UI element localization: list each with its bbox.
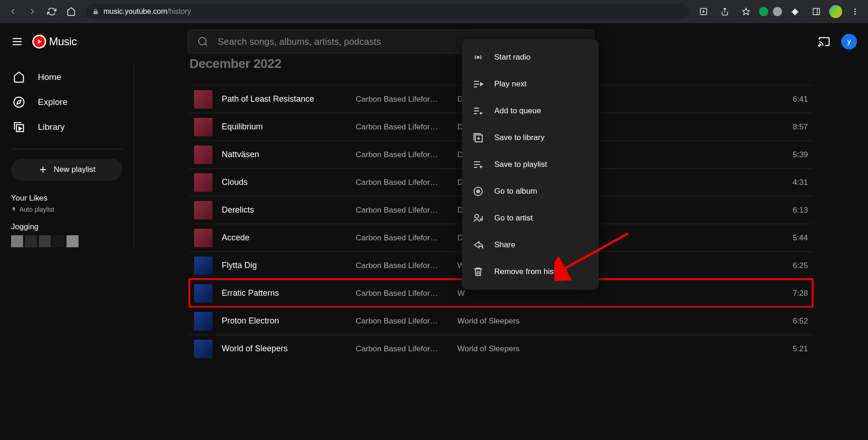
- side-panel-icon[interactable]: [808, 3, 825, 20]
- track-duration: 7:28: [793, 289, 808, 298]
- home-icon: [13, 71, 25, 83]
- svg-point-5: [855, 11, 856, 12]
- track-artist[interactable]: Carbon Based Lifefor…: [356, 122, 448, 132]
- album-art: [194, 340, 212, 358]
- menu-item-share[interactable]: Share: [462, 232, 599, 258]
- track-album[interactable]: World of Sleepers: [457, 344, 540, 354]
- extension-grammarly-icon[interactable]: [759, 7, 768, 16]
- trash-icon: [472, 266, 484, 278]
- track-artist[interactable]: Carbon Based Lifefor…: [356, 344, 448, 354]
- browser-home-button[interactable]: [63, 3, 79, 20]
- track-duration: 5:21: [793, 344, 808, 354]
- browser-back-button[interactable]: [5, 3, 21, 20]
- track-row[interactable]: World of Sleepers Carbon Based Lifefor… …: [189, 335, 813, 362]
- track-artist[interactable]: Carbon Based Lifefor…: [356, 178, 448, 187]
- radio-icon: [472, 51, 484, 63]
- menu-item-go-to-album[interactable]: Go to album: [462, 178, 599, 205]
- track-artist[interactable]: Carbon Based Lifefor…: [356, 289, 448, 298]
- track-duration: 6:41: [793, 95, 808, 104]
- track-album[interactable]: World of Sleepers: [457, 317, 540, 326]
- svg-point-13: [14, 97, 24, 107]
- track-duration: 5:39: [793, 150, 808, 159]
- sidebar: HomeExploreLibrary New playlist Your Lik…: [0, 60, 134, 252]
- playlist-jogging[interactable]: Jogging: [0, 213, 134, 235]
- share-icon[interactable]: [716, 3, 733, 20]
- extension-globe-icon[interactable]: [773, 7, 782, 16]
- menu-item-add-to-queue[interactable]: Add to queue: [462, 98, 599, 124]
- cast-icon[interactable]: [818, 36, 830, 48]
- track-title: Equilibrium: [222, 122, 346, 132]
- album-art: [194, 201, 212, 220]
- your-likes-title: Your Likes: [11, 194, 122, 203]
- browser-forward-button[interactable]: [24, 3, 41, 20]
- track-artist[interactable]: Carbon Based Lifefor…: [356, 317, 448, 326]
- library-icon: [472, 132, 484, 144]
- track-artist[interactable]: Carbon Based Lifefor…: [356, 206, 448, 215]
- track-duration: 4:31: [793, 178, 808, 187]
- menu-item-save-to-library[interactable]: Save to library: [462, 124, 599, 151]
- album-icon: [472, 185, 484, 197]
- track-title: Accede: [222, 233, 346, 243]
- album-art: [194, 146, 212, 164]
- bookmark-star-icon[interactable]: [738, 3, 754, 20]
- svg-rect-2: [813, 8, 819, 15]
- track-duration: 8:57: [793, 122, 808, 132]
- browser-reload-button[interactable]: [43, 3, 60, 20]
- track-title: World of Sleepers: [222, 344, 346, 354]
- browser-profile-avatar[interactable]: [829, 5, 842, 18]
- context-menu: Start radioPlay nextAdd to queueSave to …: [462, 39, 599, 290]
- new-playlist-button[interactable]: New playlist: [11, 159, 122, 181]
- menu-item-save-to-playlist[interactable]: Save to playlist: [462, 151, 599, 178]
- hamburger-menu-button[interactable]: [11, 36, 23, 48]
- track-artist[interactable]: Carbon Based Lifefor…: [356, 261, 448, 270]
- user-avatar[interactable]: y: [841, 34, 857, 49]
- album-art: [194, 118, 212, 136]
- menu-label: Go to artist: [494, 214, 533, 223]
- explore-icon: [13, 96, 25, 108]
- nav-label: Home: [38, 72, 61, 82]
- your-likes-subtitle: Auto playlist: [11, 206, 122, 213]
- svg-point-35: [478, 191, 479, 192]
- artist-icon: [472, 212, 484, 224]
- track-title: Path of Least Resistance: [222, 94, 346, 104]
- track-artist[interactable]: Carbon Based Lifefor…: [356, 95, 448, 104]
- your-likes-section[interactable]: Your Likes Auto playlist: [0, 181, 134, 213]
- track-duration: 6:13: [793, 206, 808, 215]
- track-artist[interactable]: Carbon Based Lifefor…: [356, 233, 448, 243]
- svg-line-11: [205, 44, 207, 46]
- svg-point-10: [199, 37, 206, 45]
- logo[interactable]: Music: [32, 35, 77, 49]
- nav-label: Library: [38, 122, 65, 132]
- track-title: Flytta Dig: [222, 261, 346, 270]
- album-art: [194, 257, 212, 275]
- track-album[interactable]: W: [457, 289, 540, 298]
- album-art: [194, 229, 212, 247]
- logo-text: Music: [49, 35, 77, 48]
- sidebar-item-library[interactable]: Library: [0, 115, 134, 140]
- svg-marker-14: [17, 100, 21, 104]
- install-icon[interactable]: [695, 3, 712, 20]
- sidebar-item-home[interactable]: Home: [0, 65, 134, 90]
- track-artist[interactable]: Carbon Based Lifefor…: [356, 150, 448, 159]
- svg-point-4: [855, 8, 856, 10]
- browser-menu-icon[interactable]: [847, 3, 863, 20]
- menu-item-play-next[interactable]: Play next: [462, 71, 599, 98]
- lock-icon: [92, 8, 99, 15]
- extensions-puzzle-icon[interactable]: [787, 3, 803, 20]
- logo-icon: [32, 35, 46, 49]
- swatch: [25, 235, 37, 247]
- queue-icon: [472, 105, 484, 117]
- pin-icon: [11, 207, 17, 212]
- menu-item-start-radio[interactable]: Start radio: [462, 44, 599, 71]
- browser-chrome: music.youtube.com/history: [0, 0, 868, 23]
- menu-item-go-to-artist[interactable]: Go to artist: [462, 205, 599, 232]
- plus-icon: [38, 165, 48, 175]
- playnext-icon: [472, 78, 484, 90]
- track-row[interactable]: Proton Electron Carbon Based Lifefor… Wo…: [189, 307, 813, 335]
- nav-label: Explore: [38, 97, 67, 107]
- playlist-icon: [472, 159, 484, 171]
- menu-item-remove-from-history[interactable]: Remove from history: [462, 258, 599, 285]
- address-bar[interactable]: music.youtube.com/history: [86, 4, 689, 19]
- sidebar-item-explore[interactable]: Explore: [0, 90, 134, 115]
- library-icon: [13, 121, 25, 133]
